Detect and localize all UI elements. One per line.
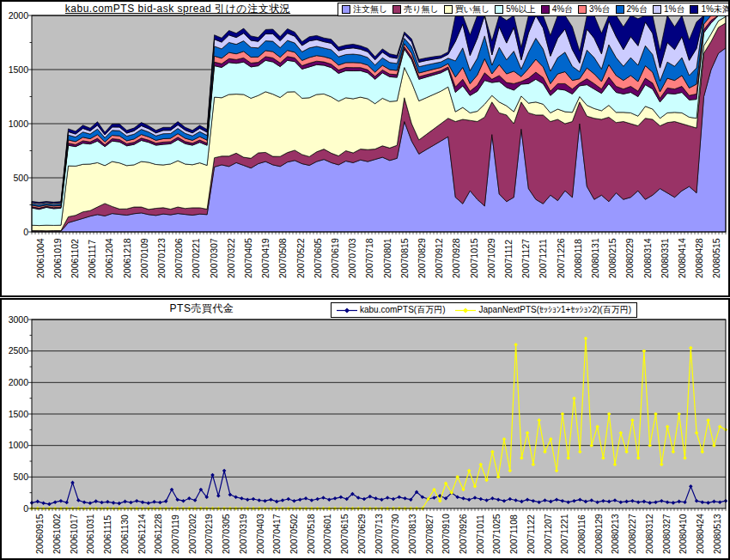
legend-label: 2%台 [627,3,648,15]
x-tick-label: 20061218 [122,238,132,278]
legend-diamond [463,307,468,313]
legend-item: JapanNextPTS(ｾｯｼｮﾝ1+ｾｯｼｮﾝ2)(百万円) [455,304,631,316]
x-tick-label: 20070718 [364,238,374,278]
legend-label: 買い無し [455,3,490,15]
legend-swatch-icon [653,5,661,14]
x-tick-label: 20070221 [191,238,201,278]
x-tick-label: 20080513 [712,514,722,554]
legend-label: JapanNextPTS(ｾｯｼｮﾝ1+ｾｯｼｮﾝ2)(百万円) [478,304,631,316]
legend-item: 売り無し [392,3,438,15]
x-tick-label: 20061130 [119,514,130,554]
legend-label: 1%台 [664,3,684,15]
x-tick-label: 20070109 [139,238,149,278]
y-tick-label: 0 [23,503,28,514]
x-tick-label: 20071207 [543,514,553,554]
legend-swatch-icon [690,5,698,14]
legend-label: 4%台 [552,3,573,15]
x-tick-label: 20071226 [556,238,566,278]
legend-label: 1%未満 [701,3,730,15]
top-chart-legend: 注文無し売り無し買い無し5%以上4%台3%台2%台1%台1%未満 [338,3,730,16]
y-tick-label: 3000 [9,314,29,325]
legend-item: 1%台 [653,3,684,15]
x-tick-label: 20060915 [34,514,45,554]
y-tick-label: 1000 [9,440,29,450]
x-tick-label: 20061004 [35,238,46,278]
legend-item: 1%未満 [690,3,730,15]
x-tick-label: 20070601 [322,514,332,554]
x-tick-label: 20080428 [694,238,704,278]
legend-item: 5%以上 [495,3,535,15]
pts-turnover-chart: PTS売買代金 kabu.comPTS(百万円)JapanNextPTS(ｾｯｼ… [0,298,730,560]
x-tick-label: 20061019 [52,238,63,278]
top-chart-title: kabu.comPTS bid-ask spread 引けの注文状況 [36,3,319,15]
x-tick-label: 20080213 [610,514,620,554]
legend-swatch-icon [616,5,624,14]
x-tick-label: 20071122 [526,514,536,554]
x-tick-label: 20061228 [153,514,163,554]
x-tick-label: 20070522 [295,238,306,278]
x-tick-label: 20070307 [209,238,219,278]
x-tick-label: 20070926 [458,514,468,554]
x-tick-label: 20070119 [170,514,180,554]
x-tick-label: 20080129 [593,514,604,554]
legend-item: 3%台 [578,3,610,15]
x-tick-label: 20071108 [508,514,519,554]
x-tick-label: 20061204 [104,238,114,278]
y-tick-label: 500 [13,472,28,482]
bottom-chart-legend: kabu.comPTS(百万円)JapanNextPTS(ｾｯｼｮﾝ1+ｾｯｼｮ… [331,302,637,318]
x-tick-label: 20080131 [590,238,600,278]
legend-swatch-icon [495,5,503,14]
x-tick-label: 20080414 [677,238,687,278]
x-tick-label: 20070403 [255,514,265,554]
x-tick-label: 20070615 [339,514,350,554]
x-tick-label: 20061002 [52,514,62,554]
x-tick-label: 20080227 [627,514,637,554]
x-tick-label: 20070405 [243,238,253,278]
legend-item: 買い無し [444,3,490,15]
legend-label: 注文無し [353,3,387,15]
legend-label: 3%台 [589,3,610,15]
x-tick-label: 20071211 [538,239,548,278]
legend-swatch-icon [342,5,350,14]
x-tick-label: 20070319 [238,514,248,554]
legend-line-marker-icon [337,307,357,314]
x-tick-label: 20080118 [573,239,583,278]
legend-label: 売り無し [404,3,438,15]
x-tick-label: 20071015 [469,238,479,278]
x-tick-label: 20070123 [156,238,167,278]
legend-swatch-icon [541,5,550,14]
x-tick-label: 20061031 [85,514,95,554]
x-tick-label: 20070502 [289,514,299,554]
x-tick-label: 20080327 [661,514,672,554]
legend-swatch-icon [444,5,453,14]
x-tick-label: 20071221 [559,514,569,554]
x-tick-label: 20071112 [503,240,514,278]
x-tick-label: 20070417 [271,514,282,554]
legend-line-marker-icon [455,307,476,314]
x-tick-label: 20070605 [313,238,323,278]
x-tick-label: 20070827 [424,514,435,554]
bottom-chart-title: PTS売買代金 [103,302,301,314]
x-tick-label: 20070305 [221,514,231,554]
x-tick-label: 20071127 [520,239,531,278]
x-tick-label: 20070713 [374,514,384,554]
x-tick-label: 20061214 [137,514,147,554]
x-tick-label: 20071025 [491,514,502,554]
x-tick-label: 20061117 [87,240,97,278]
x-tick-label: 20080515 [711,238,721,278]
y-tick-label: 0 [23,227,28,237]
legend-item: 注文無し [342,3,387,15]
y-tick-label: 2500 [9,345,29,356]
y-tick-label: 1000 [9,119,29,129]
legend-item: kabu.comPTS(百万円) [337,304,445,316]
x-tick-label: 20070206 [173,238,184,278]
legend-label: kabu.comPTS(百万円) [360,304,445,316]
x-tick-label: 20070219 [204,514,214,554]
x-tick-label: 20070202 [187,514,198,554]
x-tick-label: 20061017 [69,514,79,554]
x-tick-label: 20080116 [576,514,587,554]
x-tick-label: 20070518 [306,514,316,554]
y-tick-label: 500 [13,173,28,183]
x-tick-label: 20070730 [390,514,400,554]
x-tick-label: 20070619 [330,238,340,278]
